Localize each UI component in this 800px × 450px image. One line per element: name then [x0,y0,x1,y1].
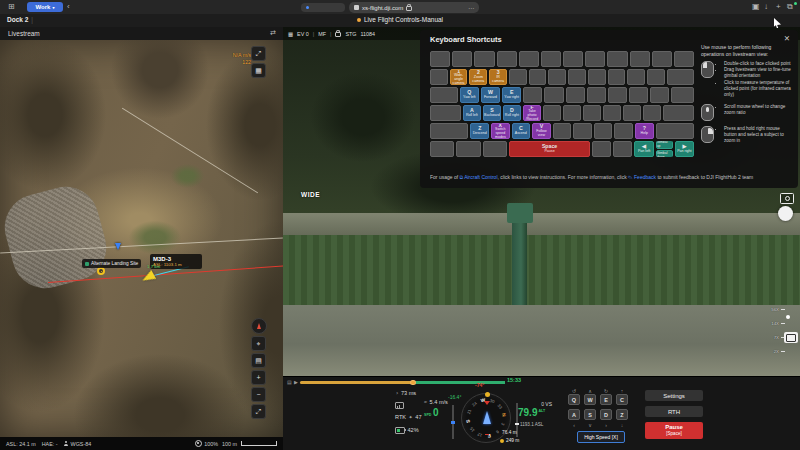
map-asl: ASL: 24.1 m [6,441,36,447]
map-panel[interactable]: Alternate Landing Site M3D-3 ASL: 1103.1… [0,40,283,437]
slider-marker [451,421,456,424]
key-x: XSwitch speed modes [491,123,510,139]
timeline-film-icon[interactable]: ▤ [287,379,292,385]
key-blank [627,69,645,85]
mouse-instruction: Scroll mouse wheel to change zoom ratio [724,104,791,116]
mini-arrow-icon: ‹ [568,422,580,428]
mini-key-s[interactable]: S [584,409,596,420]
keyboard-row [430,51,694,67]
mini-arrow-icon: ∨ [584,422,596,428]
shutter-button[interactable] [778,206,793,221]
key-blank [566,87,585,103]
mouse-highlight [706,107,709,112]
map-tool-fullscreen[interactable]: ⤢ [251,404,266,419]
map-compass-button[interactable] [251,318,267,334]
map-tool-layers[interactable]: ▤ [251,353,266,368]
footer-link[interactable]: Aircraft Control [464,174,497,180]
dock-marker[interactable] [97,267,105,275]
key-blank [613,141,632,157]
pause-button[interactable]: Pause[Space] [645,422,703,439]
mini-key-d[interactable]: D [600,409,612,420]
map-tool-zoom-out[interactable]: − [251,387,266,402]
map-wind-info: N/A m/s122 [233,52,251,66]
mini-key-a[interactable]: A [568,409,580,420]
key-d: DRoll right [503,105,521,121]
mouse-instruction: Double-click to face clicked point [724,61,791,67]
key-blank [529,69,547,85]
more-icon[interactable]: ⋯ [468,4,474,11]
zoom-level-label[interactable]: 14X [767,321,785,326]
livestream-title: Livestream [8,30,40,37]
mouse-instruction-group: Scroll mouse wheel to change zoom ratio [701,104,791,121]
mini-key-e[interactable]: E [600,394,612,405]
key-help: ?Help [635,123,654,139]
key-sub: Pan right [677,150,691,154]
key-blank [563,51,583,67]
mouse-instruction-items: Press and hold right mouse button and se… [718,126,791,145]
grid-icon[interactable]: ▦ [288,31,293,37]
progress-marker[interactable] [410,380,416,386]
key-sub: Pause [544,150,554,154]
battery-icon [395,427,405,434]
map-tool-expand[interactable]: ⤢ [251,46,266,61]
download-icon[interactable]: ↓ [764,1,768,13]
timeline-playhead-icon[interactable]: ▶ [294,379,298,385]
key-blank [553,123,572,139]
settings-button[interactable]: Settings [645,390,703,401]
key-blank [544,87,563,103]
key-blank [452,51,472,67]
compass-ring-label: 6 [495,429,500,434]
wind-icon: ≈ [424,399,427,405]
map-tool-locate[interactable]: ⌖ [251,336,266,351]
address-bar[interactable]: xs-flight.dji.com ⋯ [349,2,479,13]
zoom-level-label[interactable]: 2X [767,349,785,354]
footer-link[interactable]: Feedback [634,174,656,180]
mouse-instructions: Use mouse to perform following operation… [701,44,791,150]
tabs-icon[interactable]: ⧉ [787,1,793,13]
photo-button[interactable] [780,193,794,204]
key-blank [663,105,694,121]
screen-capture-button[interactable] [784,332,798,343]
compass-ring-label: 3 [500,422,506,426]
key-blank [614,123,633,139]
high-speed-badge[interactable]: High Speed [X] [577,431,625,443]
map-tool-minimap[interactable]: ▦ [251,63,266,78]
key-blank [548,69,566,85]
mini-key-q[interactable]: Q [568,394,580,405]
key-blank [607,51,627,67]
aircraft-name: M3D-3 [153,256,199,262]
key-blank [523,87,542,103]
key-a: ARoll left [463,105,481,121]
app-header: Dock 2| Live Flight Controls-Manual ✕ [0,14,800,28]
key-blank [623,105,641,121]
rth-button[interactable]: RTH [645,406,703,417]
landing-site-pin[interactable] [115,243,121,250]
key-2: 2Zoom camera [469,69,487,85]
gimbal-pitch-slider [452,405,454,439]
extension-icon[interactable]: ▣ [752,1,760,13]
mini-key-w[interactable]: W [584,394,596,405]
mini-arrow-icon: › [600,422,612,428]
back-icon[interactable]: ‹ [67,1,70,13]
modal-title-row: Live Flight Controls-Manual [0,16,800,23]
profile-work-button[interactable]: Work ▾ [27,2,63,12]
map-tool-zoom-in[interactable]: + [251,370,266,385]
new-tab-icon[interactable]: + [776,1,781,13]
compass-pointer-icon [484,401,490,405]
key-space: SpacePause [509,141,590,157]
mini-key-z[interactable]: Z [616,409,628,420]
swap-view-icon[interactable]: ⇄ [270,29,276,37]
key-sub: Zoom camera [470,76,486,84]
zoom-level-label[interactable]: 7X [767,335,785,340]
zoom-level-label[interactable]: 56X [767,307,785,312]
mouse-instruction: Press and hold right mouse button and se… [724,126,791,144]
heading-value: -74° [475,382,484,388]
key-blank [430,123,468,139]
search-pill[interactable] [301,3,345,12]
sidebar-icon[interactable]: ⊞ [8,1,15,13]
key-z: ZDescend [470,123,489,139]
key-blank [587,87,606,103]
overlay-close-icon[interactable]: ✕ [784,34,790,43]
status-orange-dot [357,18,361,22]
mini-key-c[interactable]: C [616,394,628,405]
